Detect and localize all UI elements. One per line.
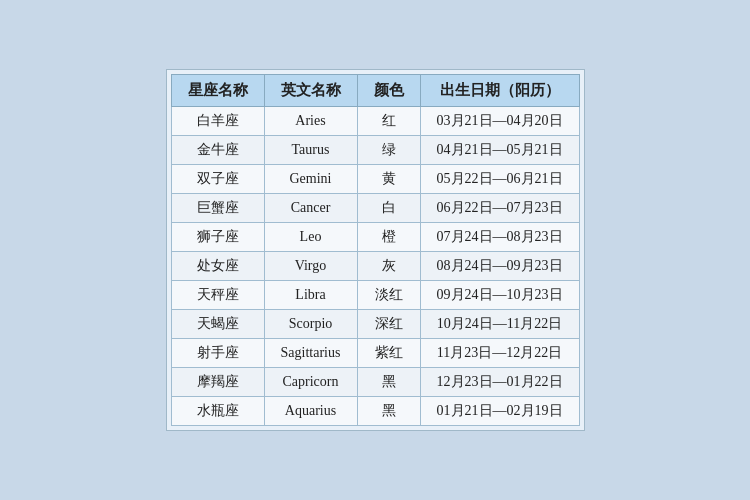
- cell-dates: 01月21日—02月19日: [420, 397, 579, 426]
- cell-color: 白: [357, 194, 420, 223]
- cell-dates: 10月24日—11月22日: [420, 310, 579, 339]
- cell-dates: 04月21日—05月21日: [420, 136, 579, 165]
- cell-chinese-name: 双子座: [171, 165, 264, 194]
- cell-english-name: Cancer: [264, 194, 357, 223]
- cell-chinese-name: 射手座: [171, 339, 264, 368]
- cell-dates: 05月22日—06月21日: [420, 165, 579, 194]
- cell-dates: 07月24日—08月23日: [420, 223, 579, 252]
- table-row: 巨蟹座Cancer白06月22日—07月23日: [171, 194, 579, 223]
- zodiac-table: 星座名称 英文名称 颜色 出生日期（阳历） 白羊座Aries红03月21日—04…: [171, 74, 580, 426]
- cell-color: 黑: [357, 368, 420, 397]
- cell-dates: 11月23日—12月22日: [420, 339, 579, 368]
- cell-color: 黄: [357, 165, 420, 194]
- cell-chinese-name: 白羊座: [171, 107, 264, 136]
- cell-dates: 08月24日—09月23日: [420, 252, 579, 281]
- cell-chinese-name: 摩羯座: [171, 368, 264, 397]
- table-row: 双子座Gemini黄05月22日—06月21日: [171, 165, 579, 194]
- cell-english-name: Capricorn: [264, 368, 357, 397]
- cell-english-name: Sagittarius: [264, 339, 357, 368]
- table-row: 金牛座Taurus绿04月21日—05月21日: [171, 136, 579, 165]
- cell-english-name: Libra: [264, 281, 357, 310]
- cell-color: 绿: [357, 136, 420, 165]
- cell-english-name: Leo: [264, 223, 357, 252]
- table-row: 天秤座Libra淡红09月24日—10月23日: [171, 281, 579, 310]
- cell-dates: 12月23日—01月22日: [420, 368, 579, 397]
- table-row: 天蝎座Scorpio深红10月24日—11月22日: [171, 310, 579, 339]
- cell-chinese-name: 狮子座: [171, 223, 264, 252]
- cell-color: 深红: [357, 310, 420, 339]
- header-dates: 出生日期（阳历）: [420, 75, 579, 107]
- cell-color: 红: [357, 107, 420, 136]
- cell-english-name: Aries: [264, 107, 357, 136]
- table-row: 摩羯座Capricorn黑12月23日—01月22日: [171, 368, 579, 397]
- cell-color: 紫红: [357, 339, 420, 368]
- cell-english-name: Taurus: [264, 136, 357, 165]
- cell-chinese-name: 天秤座: [171, 281, 264, 310]
- cell-dates: 06月22日—07月23日: [420, 194, 579, 223]
- table-row: 白羊座Aries红03月21日—04月20日: [171, 107, 579, 136]
- cell-color: 橙: [357, 223, 420, 252]
- cell-english-name: Aquarius: [264, 397, 357, 426]
- cell-color: 黑: [357, 397, 420, 426]
- cell-english-name: Virgo: [264, 252, 357, 281]
- cell-chinese-name: 处女座: [171, 252, 264, 281]
- cell-chinese-name: 水瓶座: [171, 397, 264, 426]
- cell-dates: 03月21日—04月20日: [420, 107, 579, 136]
- zodiac-table-container: 星座名称 英文名称 颜色 出生日期（阳历） 白羊座Aries红03月21日—04…: [166, 69, 585, 431]
- header-color: 颜色: [357, 75, 420, 107]
- cell-chinese-name: 金牛座: [171, 136, 264, 165]
- cell-english-name: Scorpio: [264, 310, 357, 339]
- cell-dates: 09月24日—10月23日: [420, 281, 579, 310]
- cell-chinese-name: 巨蟹座: [171, 194, 264, 223]
- table-row: 狮子座Leo橙07月24日—08月23日: [171, 223, 579, 252]
- cell-english-name: Gemini: [264, 165, 357, 194]
- header-english-name: 英文名称: [264, 75, 357, 107]
- table-row: 水瓶座Aquarius黑01月21日—02月19日: [171, 397, 579, 426]
- cell-color: 灰: [357, 252, 420, 281]
- table-row: 射手座Sagittarius紫红11月23日—12月22日: [171, 339, 579, 368]
- table-row: 处女座Virgo灰08月24日—09月23日: [171, 252, 579, 281]
- header-chinese-name: 星座名称: [171, 75, 264, 107]
- cell-color: 淡红: [357, 281, 420, 310]
- cell-chinese-name: 天蝎座: [171, 310, 264, 339]
- table-header-row: 星座名称 英文名称 颜色 出生日期（阳历）: [171, 75, 579, 107]
